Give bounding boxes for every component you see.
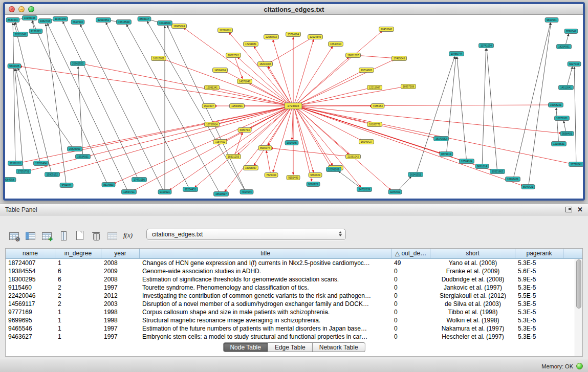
graph-node[interactable]: 12213987 xyxy=(367,85,382,90)
graph-node[interactable]: 19861307 xyxy=(346,53,361,58)
table-cell[interactable]: 1997 xyxy=(101,333,140,341)
graph-node[interactable]: 9103521 xyxy=(158,190,171,194)
citation-edge-red[interactable] xyxy=(184,28,290,104)
table-cell[interactable]: Investigating the contribution of common… xyxy=(140,292,391,300)
graph-node[interactable]: 9594011 xyxy=(60,183,73,188)
table-cell[interactable]: 6 xyxy=(55,267,101,275)
graph-node[interactable]: 9064958 xyxy=(5,178,16,182)
citation-edge-black[interactable] xyxy=(457,57,466,159)
table-scrollbar-thumb[interactable] xyxy=(576,259,581,309)
table-row[interactable]: 1456911722003Disruption of a novel membe… xyxy=(6,300,575,308)
citation-edge-red[interactable] xyxy=(296,107,390,190)
table-cell[interactable]: Hescheler et al. (1997) xyxy=(430,333,515,341)
citation-edge-black[interactable] xyxy=(32,20,107,183)
citation-edge-red[interactable] xyxy=(83,64,289,105)
table-cell[interactable]: 5.3E-5 xyxy=(515,316,563,324)
citation-edge-black[interactable] xyxy=(487,49,497,169)
table-row[interactable]: 1872400712008Changes of HCN gene express… xyxy=(6,259,575,267)
table-cell[interactable]: 0 xyxy=(391,292,430,300)
table-cell[interactable]: 1 xyxy=(55,259,101,267)
table-cell[interactable]: 2 xyxy=(55,292,101,300)
graph-node[interactable]: 12091341 xyxy=(205,85,220,90)
table-cell[interactable]: Yano et al. (2008) xyxy=(430,259,515,267)
column-visibility-button[interactable] xyxy=(24,229,37,242)
citation-edge-red[interactable] xyxy=(296,47,333,104)
graph-node[interactable]: 18254061 xyxy=(557,45,572,49)
graph-node[interactable]: 8630441 xyxy=(6,18,19,23)
graph-node[interactable]: 16046427 xyxy=(359,140,374,144)
table-cell[interactable]: 18724007 xyxy=(6,259,55,267)
citation-edge-black[interactable] xyxy=(63,21,138,178)
graph-node[interactable]: 9227044 xyxy=(568,62,581,67)
tab-network-table[interactable]: Network Table xyxy=(313,342,365,352)
citation-edge-red[interactable] xyxy=(114,107,290,184)
graph-node[interactable]: 11431290 xyxy=(53,17,68,21)
table-cell[interactable]: 2012 xyxy=(101,292,140,300)
citation-edge-black[interactable] xyxy=(556,108,559,142)
table-cell[interactable]: 2009 xyxy=(101,267,140,275)
table-cell[interactable]: 0 xyxy=(391,308,430,316)
add-column-button[interactable] xyxy=(40,229,53,242)
graph-node[interactable]: 18185771 xyxy=(367,122,382,127)
graph-node[interactable]: 11316161 xyxy=(8,161,23,166)
graph-node[interactable]: 22068432 xyxy=(264,35,279,39)
graph-node[interactable]: 17551751 xyxy=(16,169,31,174)
table-options-button[interactable] xyxy=(7,229,20,242)
graph-node[interactable]: 17261881 xyxy=(244,42,258,47)
table-cell[interactable]: 1 xyxy=(55,316,101,324)
graph-node[interactable]: 15905152 xyxy=(45,172,60,177)
graph-node[interactable]: 10871061 xyxy=(555,116,570,121)
graph-node[interactable]: 8946421 xyxy=(521,185,535,189)
citation-edge-red[interactable] xyxy=(58,106,290,173)
graph-node[interactable]: 17485043 xyxy=(392,56,407,61)
graph-node[interactable]: 10195343 xyxy=(23,16,37,20)
graph-node[interactable]: 18204098 xyxy=(258,62,273,67)
citation-edge-red[interactable] xyxy=(296,57,349,104)
citation-edge-red[interactable] xyxy=(297,105,550,106)
graph-node[interactable]: 16519517 xyxy=(214,192,229,196)
graph-node[interactable]: 19486744 xyxy=(449,52,464,56)
table-cell[interactable]: 19384554 xyxy=(6,267,55,275)
citation-edge-black[interactable] xyxy=(398,177,411,190)
graph-node[interactable]: 15616549 xyxy=(117,20,132,25)
window-minimize-button[interactable]: − xyxy=(18,6,25,12)
close-panel-icon[interactable]: ✕ xyxy=(577,206,583,213)
graph-node[interactable]: 14524004 xyxy=(213,68,228,73)
table-cell[interactable]: 5.3E-5 xyxy=(515,308,563,316)
graph-node[interactable]: 11254451 xyxy=(183,187,198,192)
table-row[interactable]: 977716911998Corpus callosum shape and si… xyxy=(6,308,575,316)
network-canvas[interactable]: 1724094915549376254641605506718301293725… xyxy=(5,15,583,199)
citation-edge-red[interactable] xyxy=(297,88,369,105)
table-cell[interactable]: 2008 xyxy=(101,259,140,267)
citation-edge-black[interactable] xyxy=(13,23,15,161)
citation-edge-red[interactable] xyxy=(225,107,290,140)
graph-node[interactable]: 7617503 xyxy=(71,20,84,25)
table-cell[interactable]: Embryonic stem cells: a model to study s… xyxy=(140,333,391,341)
table-cell[interactable]: 1 xyxy=(55,333,101,341)
citation-edge-red[interactable] xyxy=(297,59,394,105)
citation-edge-black[interactable] xyxy=(568,67,573,85)
graph-node[interactable]: 15958221 xyxy=(549,103,563,107)
table-cell[interactable]: 5.3E-5 xyxy=(515,283,563,292)
graph-node[interactable]: 9360921 xyxy=(307,182,320,187)
column-header-pagerank[interactable]: pagerank xyxy=(515,249,563,259)
graph-node[interactable]: 15724194 xyxy=(286,32,301,37)
table-cell[interactable]: 5.3E-5 xyxy=(515,324,563,333)
citation-edge-red[interactable] xyxy=(297,106,435,138)
table-cell[interactable]: 5.5E-5 xyxy=(515,292,563,300)
table-cell[interactable]: 0 xyxy=(391,275,430,283)
graph-node[interactable]: 9861014 xyxy=(475,164,489,169)
table-cell[interactable]: 9777169 xyxy=(6,308,55,316)
function-builder-button[interactable] xyxy=(122,229,135,242)
graph-node[interactable]: 12564711 xyxy=(122,190,137,194)
graph-node[interactable]: 1914545 xyxy=(285,141,298,145)
graph-node[interactable]: 10741094 xyxy=(479,43,494,48)
citation-edge-black[interactable] xyxy=(15,69,23,169)
graph-node[interactable]: 10391209 xyxy=(326,167,341,172)
table-cell[interactable]: 1 xyxy=(55,308,101,316)
graph-node[interactable]: 16341551 xyxy=(408,172,423,177)
graph-node[interactable]: 19965024 xyxy=(172,24,187,29)
table-cell[interactable]: 0 xyxy=(391,283,430,292)
citation-edge-black[interactable] xyxy=(482,49,486,164)
table-row[interactable]: 2242004622012Investigating the contribut… xyxy=(6,292,575,300)
